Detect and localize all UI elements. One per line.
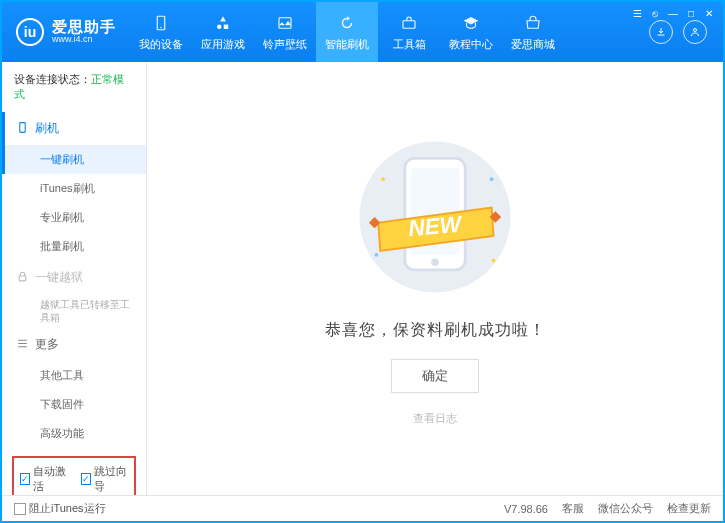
nav-label: 应用游戏 xyxy=(201,37,245,52)
ok-button[interactable]: 确定 xyxy=(391,359,479,393)
checkbox-row-highlighted: ✓ 自动激活 ✓ 跳过向导 xyxy=(12,456,136,495)
menu-icon[interactable]: ☰ xyxy=(629,6,645,20)
nav-tutorials[interactable]: 教程中心 xyxy=(440,2,502,62)
nav-label: 教程中心 xyxy=(449,37,493,52)
sidebar-item-itunes[interactable]: iTunes刷机 xyxy=(32,174,146,203)
wallpaper-icon xyxy=(275,13,295,33)
nav-label: 工具箱 xyxy=(393,37,426,52)
nav-my-device[interactable]: 我的设备 xyxy=(130,2,192,62)
sidebar-item-batch[interactable]: 批量刷机 xyxy=(32,232,146,261)
refresh-icon xyxy=(337,13,357,33)
sidebar-item-pro[interactable]: 专业刷机 xyxy=(32,203,146,232)
body: 设备连接状态：正常模式 刷机 一键刷机 iTunes刷机 专业刷机 批量刷机 一… xyxy=(2,62,723,495)
check-empty-icon xyxy=(14,503,26,515)
nav-label: 智能刷机 xyxy=(325,37,369,52)
version-label: V7.98.66 xyxy=(504,503,548,515)
sidebar-header-flash[interactable]: 刷机 xyxy=(2,112,146,145)
menu-small-icon xyxy=(16,337,29,353)
phone-icon xyxy=(151,13,171,33)
toolbox-icon xyxy=(399,13,419,33)
check-icon: ✓ xyxy=(81,473,91,485)
sidebar-header-more[interactable]: 更多 xyxy=(2,328,146,361)
apps-icon xyxy=(213,13,233,33)
auto-activate-checkbox[interactable]: ✓ 自动激活 xyxy=(20,464,67,494)
sidebar-item-oneclick[interactable]: 一键刷机 xyxy=(2,145,146,174)
svg-rect-8 xyxy=(19,275,26,280)
svg-point-6 xyxy=(694,29,697,32)
svg-point-17 xyxy=(375,252,379,256)
phone-small-icon xyxy=(16,121,29,137)
block-itunes-checkbox[interactable]: 阻止iTunes运行 xyxy=(14,501,106,516)
minimize-icon[interactable]: — xyxy=(665,6,681,20)
section-flash: 刷机 一键刷机 iTunes刷机 专业刷机 批量刷机 xyxy=(2,112,146,261)
svg-text:NEW: NEW xyxy=(407,210,464,241)
sidebar-header-jailbreak[interactable]: 一键越狱 xyxy=(2,261,146,294)
section-jailbreak: 一键越狱 越狱工具已转移至工具箱 xyxy=(2,261,146,328)
skip-guide-checkbox[interactable]: ✓ 跳过向导 xyxy=(81,464,128,494)
nav-label: 铃声壁纸 xyxy=(263,37,307,52)
nav-smart-flash[interactable]: 智能刷机 xyxy=(316,2,378,62)
lock-small-icon xyxy=(16,270,29,286)
footer-link-support[interactable]: 客服 xyxy=(562,501,584,516)
sidebar-item-download-fw[interactable]: 下载固件 xyxy=(32,390,146,419)
svg-point-13 xyxy=(431,258,439,266)
footer: 阻止iTunes运行 V7.98.66 客服 微信公众号 检查更新 xyxy=(2,495,723,521)
success-message: 恭喜您，保资料刷机成功啦！ xyxy=(325,320,546,341)
nav-label: 我的设备 xyxy=(139,37,183,52)
svg-point-18 xyxy=(492,258,496,262)
footer-link-update[interactable]: 检查更新 xyxy=(667,501,711,516)
maximize-icon[interactable]: □ xyxy=(683,6,699,20)
app-window: iu 爱思助手 www.i4.cn 我的设备 应用游戏 铃声壁纸 智能刷机 xyxy=(0,0,725,523)
logo-icon: iu xyxy=(16,18,44,46)
lock-icon[interactable]: ⎋ xyxy=(647,6,663,20)
footer-link-wechat[interactable]: 微信公众号 xyxy=(598,501,653,516)
sidebar-item-other[interactable]: 其他工具 xyxy=(32,361,146,390)
svg-rect-7 xyxy=(20,122,25,132)
nav-label: 爱思商城 xyxy=(511,37,555,52)
svg-point-1 xyxy=(160,26,162,28)
svg-point-16 xyxy=(490,177,494,181)
svg-point-2 xyxy=(217,24,222,29)
main-content: NEW 恭喜您，保资料刷机成功啦！ 确定 查看日志 xyxy=(147,62,723,495)
success-illustration: NEW xyxy=(330,132,540,302)
close-icon[interactable]: ✕ xyxy=(701,6,717,20)
window-controls: ☰ ⎋ — □ ✕ xyxy=(623,2,723,24)
svg-rect-3 xyxy=(224,24,229,29)
connection-status: 设备连接状态：正常模式 xyxy=(2,62,146,112)
app-url: www.i4.cn xyxy=(52,35,116,45)
nav-toolbox[interactable]: 工具箱 xyxy=(378,2,440,62)
graduation-icon xyxy=(461,13,481,33)
check-icon: ✓ xyxy=(20,473,30,485)
top-nav: 我的设备 应用游戏 铃声壁纸 智能刷机 工具箱 教程中心 xyxy=(130,2,633,62)
section-more: 更多 其他工具 下载固件 高级功能 xyxy=(2,328,146,448)
logo: iu 爱思助手 www.i4.cn xyxy=(2,18,130,46)
sidebar-item-advanced[interactable]: 高级功能 xyxy=(32,419,146,448)
titlebar: iu 爱思助手 www.i4.cn 我的设备 应用游戏 铃声壁纸 智能刷机 xyxy=(2,2,723,62)
sidebar: 设备连接状态：正常模式 刷机 一键刷机 iTunes刷机 专业刷机 批量刷机 一… xyxy=(2,62,147,495)
nav-ringtones[interactable]: 铃声壁纸 xyxy=(254,2,316,62)
svg-point-15 xyxy=(381,177,385,181)
svg-rect-5 xyxy=(403,20,415,28)
store-icon xyxy=(523,13,543,33)
view-log-link[interactable]: 查看日志 xyxy=(413,411,457,426)
jailbreak-note: 越狱工具已转移至工具箱 xyxy=(32,294,146,328)
app-title: 爱思助手 xyxy=(52,19,116,36)
nav-apps[interactable]: 应用游戏 xyxy=(192,2,254,62)
nav-store[interactable]: 爱思商城 xyxy=(502,2,564,62)
